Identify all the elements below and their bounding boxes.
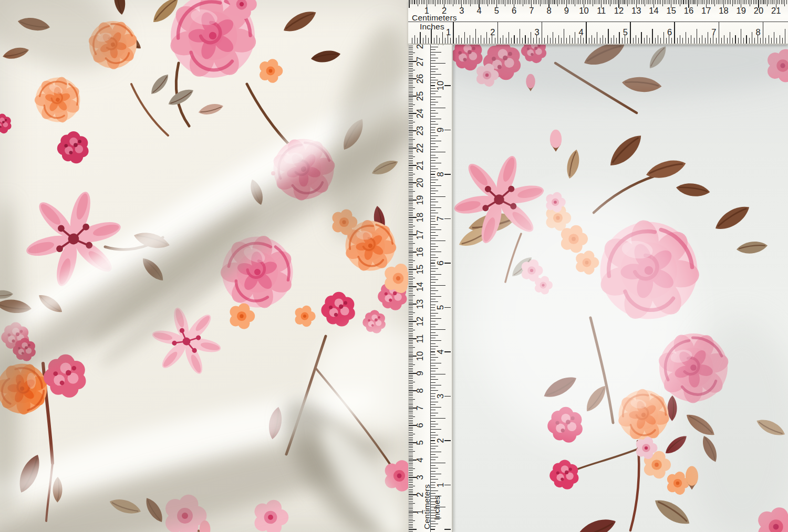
cm-number: 14 <box>415 282 424 291</box>
cm-number: 4 <box>476 6 481 15</box>
leaf <box>147 72 172 97</box>
cm-number: 15 <box>415 265 424 274</box>
blossom-orange <box>293 304 316 328</box>
cm-number: 27 <box>415 57 424 66</box>
cm-number: 25 <box>415 91 424 101</box>
cm-number: 21 <box>415 161 424 170</box>
leaf <box>604 131 647 170</box>
cm-number: 19 <box>415 195 424 205</box>
draped-fabric-photo <box>0 0 408 532</box>
cm-number: 7 <box>415 405 424 410</box>
cm-number: 4 <box>415 457 424 462</box>
leaf <box>166 87 196 108</box>
cm-number: 5 <box>415 440 424 445</box>
inch-number: 4 <box>436 349 445 354</box>
inch-number: 2 <box>436 438 445 443</box>
blossom-orange <box>257 58 283 85</box>
inches-label-vertical: Inches <box>432 496 442 520</box>
cm-number: 22 <box>415 143 424 153</box>
horizontal-ruler-scale: 1234567891011121314151617181920211234567… <box>408 0 788 44</box>
cm-number: 28 <box>415 45 424 49</box>
cm-number: 11 <box>597 6 606 15</box>
inch-number: 8 <box>436 172 445 176</box>
vertical-ruler: 1234567891011121314151617181920212223242… <box>408 45 453 532</box>
carnation-magenta <box>321 292 355 327</box>
cm-number: 12 <box>415 317 424 326</box>
cm-number: 18 <box>719 6 728 15</box>
cm-number: 23 <box>415 126 424 135</box>
inch-number: 3 <box>436 394 445 399</box>
cm-number: 5 <box>494 6 499 15</box>
inch-number: 11 <box>436 45 445 46</box>
carnation-dark <box>57 131 89 163</box>
cm-number: 17 <box>701 6 711 15</box>
cm-number: 13 <box>631 6 641 15</box>
leaf <box>651 493 693 530</box>
inch-number: 5 <box>623 27 628 37</box>
cm-number: 21 <box>771 6 781 15</box>
leaf <box>310 50 341 64</box>
cm-number: 14 <box>649 6 658 15</box>
inch-number: 7 <box>436 216 445 221</box>
cm-number: 9 <box>415 371 424 375</box>
cm-number: 26 <box>415 74 424 84</box>
inch-number: 6 <box>436 260 445 265</box>
leaf <box>113 0 126 15</box>
inch-number: 2 <box>490 27 495 37</box>
leaf <box>736 241 768 254</box>
inch-number: 6 <box>667 27 672 37</box>
leaf <box>280 7 319 35</box>
inch-number: 8 <box>755 27 760 37</box>
inches-label: Inches <box>420 22 444 32</box>
cm-number: 13 <box>415 299 424 309</box>
cm-number: 16 <box>684 6 693 15</box>
cm-number: 10 <box>415 351 424 361</box>
cm-number: 9 <box>564 6 569 15</box>
cm-number: 6 <box>415 423 424 427</box>
cm-number: 3 <box>459 6 464 15</box>
cm-number: 20 <box>415 178 424 187</box>
inch-number: 9 <box>436 128 445 132</box>
cm-number: 3 <box>415 475 424 479</box>
centimeters-label: Centimeters <box>412 13 457 23</box>
inch-number: 10 <box>436 81 445 90</box>
horizontal-ruler: 1234567891011121314151617181920211234567… <box>408 0 788 45</box>
leaf <box>675 180 711 200</box>
vertical-ruler-scale: 1234567891011121314151617181920212223242… <box>409 45 452 532</box>
cm-scale: 1234567891011121314151617181920212223242… <box>409 45 424 531</box>
cm-number: 19 <box>737 6 746 15</box>
cm-scale: 123456789101112131415161718192021 <box>409 0 786 15</box>
cm-number: 10 <box>579 6 588 15</box>
carnation-edge <box>0 114 12 134</box>
flat-fabric-photo <box>453 45 788 532</box>
cm-number: 11 <box>415 334 424 343</box>
rose-orange <box>26 68 89 132</box>
cm-number: 6 <box>512 6 516 15</box>
cm-number: 20 <box>754 6 763 15</box>
leaf <box>573 515 618 532</box>
inch-number: 4 <box>579 27 584 37</box>
carnation-magenta-small <box>549 460 578 489</box>
fabric-product-photo: 1234567891011121314151617181920211234567… <box>0 0 788 532</box>
cm-number: 8 <box>546 6 551 15</box>
inch-number: 1 <box>436 483 445 487</box>
cm-number: 18 <box>415 213 424 222</box>
cm-number: 24 <box>415 109 424 118</box>
inch-number: 1 <box>446 27 451 37</box>
cm-number: 16 <box>415 247 424 257</box>
inch-number: 5 <box>436 305 445 310</box>
flower-bud <box>550 130 562 152</box>
cm-number: 8 <box>415 388 424 393</box>
fabric-sheen <box>474 192 694 444</box>
cm-number: 12 <box>614 6 624 15</box>
inch-scale: 12345678 <box>412 22 785 44</box>
leaf <box>563 148 583 180</box>
cm-number: 7 <box>529 6 534 15</box>
inch-number: 7 <box>711 27 716 37</box>
cm-number: 15 <box>667 6 676 15</box>
leaf <box>711 202 753 234</box>
inch-scale: 1234567891011 <box>431 45 451 532</box>
cm-number: 17 <box>415 230 424 239</box>
leaf <box>198 102 224 116</box>
inch-number: 3 <box>534 27 539 37</box>
